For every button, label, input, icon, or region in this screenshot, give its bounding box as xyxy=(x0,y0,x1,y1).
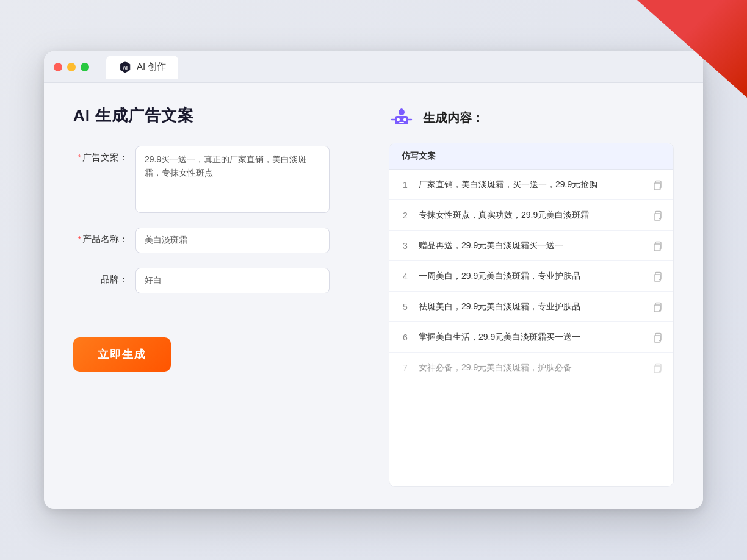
result-row: 3 赠品再送，29.9元美白淡斑霜买一送一 xyxy=(389,231,673,261)
result-text-2: 专抹女性斑点，真实功效，29.9元美白淡斑霜 xyxy=(419,209,644,221)
result-text-3: 赠品再送，29.9元美白淡斑霜买一送一 xyxy=(419,239,644,252)
svg-rect-14 xyxy=(654,305,660,312)
copy-icon-1[interactable] xyxy=(651,179,663,191)
svg-rect-5 xyxy=(403,118,406,121)
product-name-group: *产品名称： xyxy=(73,228,330,253)
result-text-7: 女神必备，29.9元美白淡斑霜，护肤必备 xyxy=(419,361,644,374)
svg-text:AI: AI xyxy=(123,65,128,70)
result-table: 仿写文案 1 厂家直销，美白淡斑霜，买一送一，29.9元抢购 2 专抹女性斑点，… xyxy=(389,143,674,487)
maximize-button[interactable] xyxy=(81,63,89,71)
svg-rect-4 xyxy=(397,118,400,121)
result-num-5: 5 xyxy=(399,302,411,312)
result-text-6: 掌握美白生活，29.9元美白淡斑霜买一送一 xyxy=(419,331,644,343)
result-row-faded: 7 女神必备，29.9元美白淡斑霜，护肤必备 xyxy=(389,353,673,382)
ai-creation-tab[interactable]: AI AI 创作 xyxy=(106,56,178,79)
result-num-6: 6 xyxy=(399,332,411,342)
close-button[interactable] xyxy=(54,63,62,71)
title-bar: AI AI 创作 xyxy=(44,51,703,83)
brand-group: 品牌： xyxy=(73,268,330,293)
page-title: AI 生成广告文案 xyxy=(73,105,330,126)
right-panel: 生成内容： 仿写文案 1 厂家直销，美白淡斑霜，买一送一，29.9元抢购 2 专… xyxy=(389,105,674,487)
copy-icon-2[interactable] xyxy=(651,209,663,221)
result-table-header: 仿写文案 xyxy=(389,143,673,170)
svg-rect-12 xyxy=(654,244,660,251)
svg-rect-10 xyxy=(654,183,660,190)
robot-icon xyxy=(389,105,414,131)
traffic-lights xyxy=(54,63,89,71)
brand-input[interactable] xyxy=(135,268,330,293)
panel-divider xyxy=(359,105,359,487)
minimize-button[interactable] xyxy=(67,63,76,71)
copy-icon-4[interactable] xyxy=(651,270,663,282)
result-row: 1 厂家直销，美白淡斑霜，买一送一，29.9元抢购 xyxy=(389,170,673,200)
product-name-label: *产品名称： xyxy=(73,228,128,245)
result-text-4: 一周美白，29.9元美白淡斑霜，专业护肤品 xyxy=(419,270,644,282)
result-text-5: 祛斑美白，29.9元美白淡斑霜，专业护肤品 xyxy=(419,300,644,313)
required-star-product: * xyxy=(78,234,81,244)
ad-copy-group: *广告文案： 29.9买一送一，真正的厂家直销，美白淡斑霜，专抹女性斑点 xyxy=(73,146,330,213)
svg-rect-16 xyxy=(654,366,660,373)
copy-icon-6[interactable] xyxy=(651,331,663,343)
copy-icon-5[interactable] xyxy=(651,301,663,313)
result-row: 5 祛斑美白，29.9元美白淡斑霜，专业护肤品 xyxy=(389,292,673,322)
result-num-1: 1 xyxy=(399,180,411,190)
copy-icon-3[interactable] xyxy=(651,240,663,252)
result-header: 生成内容： xyxy=(389,105,674,131)
copy-icon-7[interactable] xyxy=(651,362,663,374)
tab-label: AI 创作 xyxy=(137,61,166,73)
generate-button[interactable]: 立即生成 xyxy=(73,337,171,372)
result-num-4: 4 xyxy=(399,271,411,281)
svg-rect-13 xyxy=(654,275,660,281)
product-name-input[interactable] xyxy=(135,228,330,253)
ad-copy-input[interactable]: 29.9买一送一，真正的厂家直销，美白淡斑霜，专抹女性斑点 xyxy=(135,146,330,213)
svg-rect-11 xyxy=(654,214,660,220)
ai-tab-icon: AI xyxy=(118,60,132,74)
svg-rect-15 xyxy=(654,336,660,342)
result-row: 2 专抹女性斑点，真实功效，29.9元美白淡斑霜 xyxy=(389,200,673,231)
required-star-ad: * xyxy=(78,152,81,162)
main-content: AI 生成广告文案 *广告文案： 29.9买一送一，真正的厂家直销，美白淡斑霜，… xyxy=(44,83,703,509)
result-num-7: 7 xyxy=(399,363,411,373)
result-num-3: 3 xyxy=(399,241,411,251)
browser-window: AI AI 创作 AI 生成广告文案 *广告文案： 29.9买一送一，真正的厂家… xyxy=(44,51,703,509)
svg-rect-6 xyxy=(399,122,404,123)
result-row: 4 一周美白，29.9元美白淡斑霜，专业护肤品 xyxy=(389,261,673,292)
result-num-2: 2 xyxy=(399,210,411,220)
brand-label: 品牌： xyxy=(73,268,128,285)
left-panel: AI 生成广告文案 *广告文案： 29.9买一送一，真正的厂家直销，美白淡斑霜，… xyxy=(73,105,330,487)
result-title: 生成内容： xyxy=(423,110,484,126)
ad-copy-label: *广告文案： xyxy=(73,146,128,163)
result-text-1: 厂家直销，美白淡斑霜，买一送一，29.9元抢购 xyxy=(419,178,644,191)
svg-point-9 xyxy=(400,108,403,110)
result-row: 6 掌握美白生活，29.9元美白淡斑霜买一送一 xyxy=(389,322,673,353)
